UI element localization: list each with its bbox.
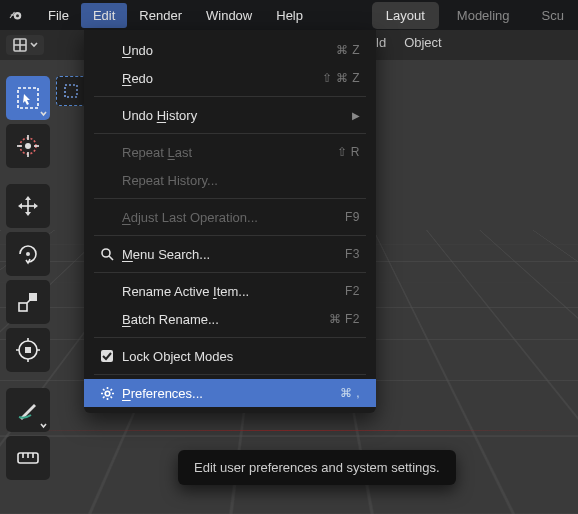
checkbox-checked-icon [96,349,118,363]
edit-menu-dropdown: Undo ⌘ Z Redo ⇧ ⌘ Z Undo History ▶ Repea… [84,30,376,413]
chevron-down-icon [40,110,47,117]
menu-separator [94,337,366,338]
header-text-ld[interactable]: ld [376,35,386,50]
svg-point-28 [105,391,110,396]
menu-batch-rename[interactable]: Batch Rename... ⌘ F2 [84,305,376,333]
tool-move[interactable] [6,184,50,228]
svg-rect-27 [101,350,113,362]
svg-point-15 [26,252,30,256]
menu-undo[interactable]: Undo ⌘ Z [84,36,376,64]
menu-adjust-last-op[interactable]: Adjust Last Operation... F9 [84,203,376,231]
tool-annotate[interactable] [6,388,50,432]
submenu-arrow-icon: ▶ [352,110,360,121]
svg-rect-16 [19,303,27,311]
svg-point-25 [102,249,110,257]
tool-shelf [6,76,50,480]
tooltip: Edit user preferences and system setting… [178,450,456,485]
menu-separator [94,198,366,199]
workspace-tab-layout[interactable]: Layout [372,2,439,29]
search-icon [96,247,118,261]
tool-rotate[interactable] [6,232,50,276]
tool-select-box[interactable] [6,76,50,120]
menu-separator [94,133,366,134]
gear-icon [96,386,118,401]
tool-scale[interactable] [6,280,50,324]
header-mode-menus: ld Object [376,35,442,50]
svg-point-1 [16,14,19,17]
svg-rect-20 [25,347,31,353]
workspace-tab-modeling[interactable]: Modeling [443,2,524,29]
menu-render[interactable]: Render [127,3,194,28]
menu-file[interactable]: File [36,3,81,28]
menu-preferences[interactable]: Preferences... ⌘ , [84,379,376,407]
chevron-down-icon [40,422,47,429]
menu-edit[interactable]: Edit [81,3,127,28]
menu-repeat-history[interactable]: Repeat History... [84,166,376,194]
menu-undo-history[interactable]: Undo History ▶ [84,101,376,129]
menu-repeat-last[interactable]: Repeat Last ⇧ R [84,138,376,166]
tool-cursor[interactable] [6,124,50,168]
menu-redo[interactable]: Redo ⇧ ⌘ Z [84,64,376,92]
menu-separator [94,96,366,97]
header-text-object[interactable]: Object [404,35,442,50]
menu-help[interactable]: Help [264,3,315,28]
chevron-down-icon [30,41,38,49]
app-logo-icon [6,5,26,25]
tool-transform[interactable] [6,328,50,372]
menu-rename-active[interactable]: Rename Active Item... F2 [84,277,376,305]
tool-measure[interactable] [6,436,50,480]
menu-separator [94,235,366,236]
menu-search[interactable]: Menu Search... F3 [84,240,376,268]
menu-lock-object-modes[interactable]: Lock Object Modes [84,342,376,370]
snap-dropdown[interactable] [6,35,44,55]
svg-line-26 [109,256,113,260]
svg-rect-5 [65,85,77,97]
axis-x-line [0,430,578,431]
main-menubar: File Edit Render Window Help Layout Mode… [0,0,578,30]
workspace-tab-sculpting[interactable]: Scu [528,2,578,29]
menu-separator [94,374,366,375]
svg-point-8 [25,143,31,149]
menu-window[interactable]: Window [194,3,264,28]
menu-separator [94,272,366,273]
